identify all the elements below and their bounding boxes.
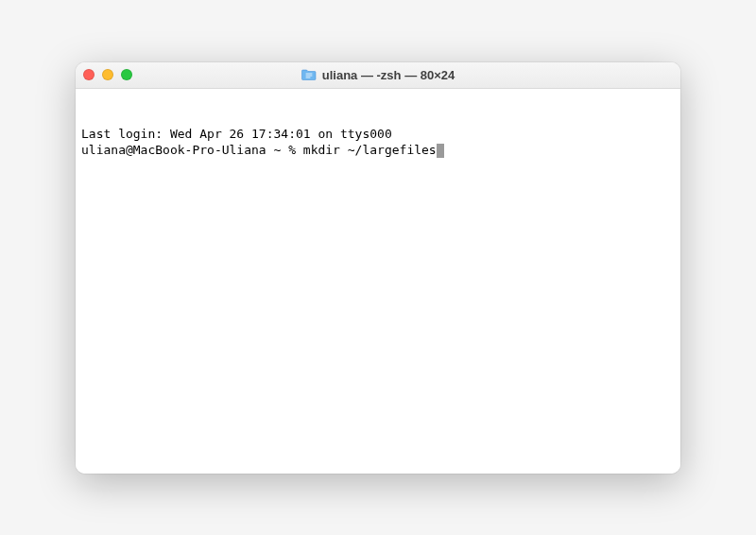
cursor <box>437 144 444 158</box>
command-text: mkdir ~/largefiles <box>303 143 437 157</box>
last-login-line: Last login: Wed Apr 26 17:34:01 on ttys0… <box>81 126 675 143</box>
terminal-body[interactable]: Last login: Wed Apr 26 17:34:01 on ttys0… <box>76 89 680 474</box>
traffic-lights <box>83 69 132 80</box>
prompt-line: uliana@MacBook-Pro-Uliana ~ % mkdir ~/la… <box>81 142 675 159</box>
minimize-button[interactable] <box>102 69 113 80</box>
maximize-button[interactable] <box>121 69 132 80</box>
title-center: uliana — -zsh — 80×24 <box>76 68 680 82</box>
close-button[interactable] <box>83 69 94 80</box>
terminal-window: uliana — -zsh — 80×24 Last login: Wed Ap… <box>76 62 680 474</box>
titlebar[interactable]: uliana — -zsh — 80×24 <box>76 62 680 89</box>
window-title: uliana — -zsh — 80×24 <box>322 68 455 82</box>
folder-icon <box>301 68 317 81</box>
prompt-text: uliana@MacBook-Pro-Uliana ~ % <box>81 143 303 157</box>
